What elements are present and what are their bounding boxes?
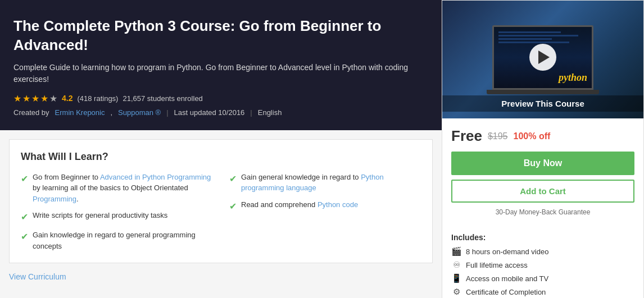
rating-count: (418 ratings) [77, 94, 118, 103]
include-video-text: 8 hours on-demand video [466, 247, 548, 256]
check-icon: ✔ [21, 210, 28, 224]
video-preview[interactable]: python Preview This Course [442, 1, 643, 118]
check-icon: ✔ [229, 172, 237, 186]
created-by-label: Created by [13, 108, 49, 117]
star-4: ★ [40, 93, 48, 104]
meta-divider2: | [250, 108, 252, 117]
preview-label: Preview This Course [442, 95, 643, 112]
sidebar: python Preview This Course Free $195 100… [442, 0, 644, 298]
list-item: ✔ Write scripts for general productivity… [21, 210, 212, 224]
rating-row: ★ ★ ★ ★ ★ 4.2 (418 ratings) 21,657 stude… [13, 93, 428, 104]
learn-section: What Will I Learn? ✔ Go from Beginner to… [9, 139, 433, 264]
language: English [258, 108, 282, 117]
check-icon: ✔ [21, 172, 28, 186]
video-icon: 🎬 [451, 246, 461, 256]
list-item: 🎬 8 hours on-demand video [451, 246, 634, 256]
learn-item-text: Gain knowledge in regard to general prog… [33, 230, 212, 251]
link-python-lang[interactable]: Python programming language [241, 173, 384, 192]
learn-item-text: Write scripts for general productivity t… [33, 210, 167, 221]
learn-item-text: Go from Beginner to Advanced in Python P… [33, 172, 212, 205]
learn-col-left: ✔ Go from Beginner to Advanced in Python… [21, 172, 212, 252]
python-text: python [559, 72, 587, 84]
play-button[interactable] [529, 44, 556, 71]
author-separator: , [110, 108, 112, 117]
list-item: ⚙ Certificate of Completion [451, 287, 634, 297]
lifetime-icon: ♾ [451, 260, 461, 270]
laptop-base [487, 90, 599, 94]
add-to-cart-button[interactable]: Add to Cart [451, 180, 634, 203]
include-certificate-text: Certificate of Completion [466, 288, 546, 296]
hero-section: The Complete Python 3 Course: Go from Be… [0, 0, 442, 130]
list-item: 📱 Access on mobile and TV [451, 273, 634, 283]
learn-item-text: Gain general knowledge in regard to Pyth… [241, 172, 421, 194]
mobile-icon: 📱 [451, 273, 461, 283]
price-discount: 100% off [514, 131, 551, 141]
price-original: $195 [488, 131, 508, 141]
star-1: ★ [13, 93, 21, 104]
meta-divider: | [166, 108, 168, 117]
learn-grid: ✔ Go from Beginner to Advanced in Python… [21, 172, 421, 252]
list-item: ✔ Gain general knowledge in regard to Py… [229, 172, 421, 194]
check-icon: ✔ [229, 200, 237, 213]
play-triangle-icon [538, 51, 550, 64]
includes-section: Includes: 🎬 8 hours on-demand video ♾ Fu… [442, 233, 643, 298]
laptop-screen: python [492, 25, 593, 90]
include-lifetime-text: Full lifetime access [466, 261, 528, 269]
include-mobile-text: Access on mobile and TV [466, 274, 548, 283]
course-title: The Complete Python 3 Course: Go from Be… [13, 17, 428, 55]
link-python-code[interactable]: Python code [318, 200, 358, 209]
includes-title: Includes: [451, 233, 634, 242]
learn-col-right: ✔ Gain general knowledge in regard to Py… [229, 172, 421, 252]
buy-now-button[interactable]: Buy Now [451, 152, 634, 175]
main-content: The Complete Python 3 Course: Go from Be… [0, 0, 442, 298]
author2-link[interactable]: Suppoman ® [118, 108, 161, 117]
star-3: ★ [31, 93, 39, 104]
star-2: ★ [22, 93, 30, 104]
course-meta: Created by Ermin Kreponic , Suppoman ® |… [13, 108, 428, 117]
star-5: ★ [49, 93, 57, 104]
course-subtitle: Complete Guide to learning how to progra… [13, 62, 428, 85]
page-layout: The Complete Python 3 Course: Go from Be… [0, 0, 644, 298]
list-item: ♾ Full lifetime access [451, 260, 634, 270]
learn-item-text: Read and comprehend Python code [241, 199, 358, 210]
rating-number: 4.2 [62, 94, 72, 103]
star-rating: ★ ★ ★ ★ ★ [13, 93, 57, 104]
learn-title: What Will I Learn? [21, 151, 421, 163]
money-back-guarantee: 30-Day Money-Back Guarantee [451, 208, 634, 216]
list-item: ✔ Read and comprehend Python code [229, 199, 421, 213]
list-item: ✔ Gain knowledge in regard to general pr… [21, 230, 212, 251]
check-icon: ✔ [21, 230, 28, 244]
certificate-icon: ⚙ [451, 287, 461, 297]
screen-bg: python [494, 27, 592, 88]
code-lines [498, 31, 587, 45]
enrolled-count: 21,657 students enrolled [123, 94, 202, 103]
view-curriculum-link[interactable]: View Curriculum [9, 272, 433, 281]
price-free: Free [451, 127, 482, 145]
list-item: ✔ Go from Beginner to Advanced in Python… [21, 172, 212, 205]
laptop-container: python [487, 20, 599, 99]
link-python-advanced[interactable]: Advanced in Python Programming [100, 173, 211, 181]
author1-link[interactable]: Ermin Kreponic [55, 108, 105, 117]
link-programming[interactable]: Programming [33, 195, 76, 203]
price-row: Free $195 100% off [451, 127, 634, 145]
pricing-section: Free $195 100% off Buy Now Add to Cart 3… [442, 118, 643, 233]
last-updated: Last updated 10/2016 [174, 108, 245, 117]
